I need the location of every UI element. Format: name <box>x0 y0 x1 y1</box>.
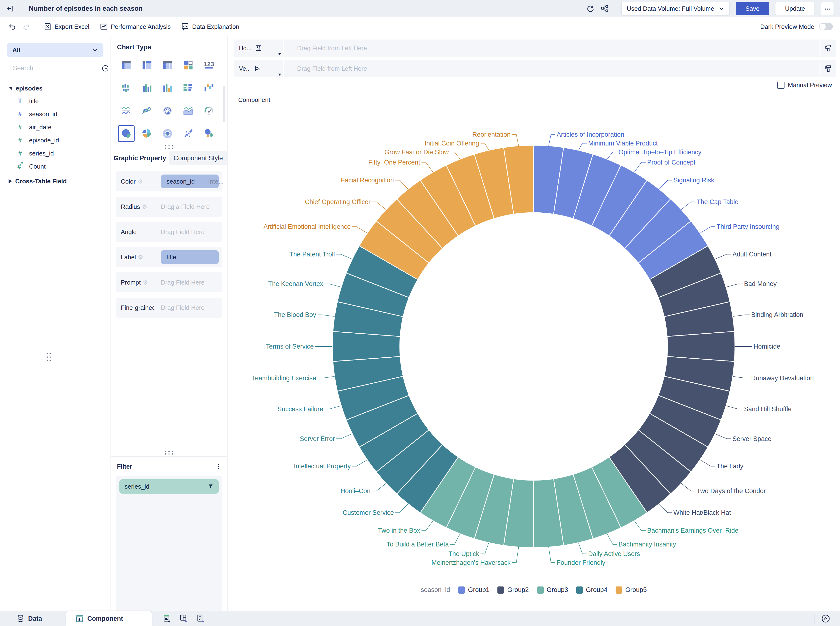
label-leader-line <box>422 521 433 531</box>
data-explanation-button[interactable]: Data Explanation <box>181 23 239 31</box>
lineage-button[interactable] <box>600 5 609 13</box>
field-item-series_id[interactable]: #series_id <box>0 147 111 160</box>
chart-type-area-icon[interactable] <box>180 102 196 119</box>
field-sidebar: All episodes <box>0 36 111 611</box>
horizontal-shelf-label[interactable]: Ho... <box>234 39 283 57</box>
top-bar: Number of episodes in each season Used D… <box>0 0 840 17</box>
performance-analysis-button[interactable]: Performance Analysis <box>100 23 171 31</box>
field-pill-title[interactable]: title <box>161 250 219 264</box>
chart-type-stack-column-icon[interactable] <box>118 80 135 96</box>
label-leader-line <box>715 254 731 259</box>
chart-type-detail-table-icon[interactable] <box>139 57 155 74</box>
update-button[interactable]: Update <box>775 2 815 15</box>
tree-node-cross-table-field[interactable]: Cross-Table Field <box>0 175 111 188</box>
gear-icon[interactable]: ⚙ <box>142 203 147 210</box>
chart-type-column-multi-icon[interactable] <box>159 80 176 96</box>
sidebar-resize-handle[interactable] <box>47 353 51 361</box>
undo-button[interactable] <box>8 23 16 31</box>
shelf-caret-icon[interactable] <box>278 74 281 76</box>
filter-shelf[interactable]: series_id <box>116 476 222 626</box>
label-leader-line <box>733 315 750 316</box>
property-tabs: Graphic Property Component Style <box>111 151 227 165</box>
chart-type-line-icon[interactable] <box>118 102 135 119</box>
label-leader-line <box>607 152 617 159</box>
field-item-air_date[interactable]: #air_date <box>0 121 111 134</box>
chart-type-kpi-icon[interactable]: 123 <box>201 57 217 74</box>
tab-data[interactable]: Data <box>7 611 52 626</box>
vertical-drop-zone[interactable]: Drag Field from Left Here <box>284 60 820 77</box>
legend-item-group3[interactable]: Group3 <box>537 586 568 594</box>
filter-menu-button[interactable] <box>216 463 221 470</box>
legend-item-group5[interactable]: Group5 <box>616 586 647 594</box>
property-drop-zone[interactable]: Drag a Field Here <box>161 203 219 210</box>
panel-resize-handle[interactable] <box>162 145 176 149</box>
tab-component-style[interactable]: Component Style <box>169 151 227 165</box>
vertical-shelf-label[interactable]: Ve... <box>234 60 283 77</box>
chart-type-column-icon[interactable] <box>139 80 155 96</box>
add-list-button[interactable] <box>196 614 205 623</box>
search-input[interactable] <box>13 63 98 74</box>
chart-type-cross-table-icon[interactable] <box>159 57 176 74</box>
chart-type-pie-quarters-icon[interactable] <box>139 125 155 142</box>
export-excel-button[interactable]: Export Excel <box>44 23 89 31</box>
gear-icon[interactable]: ⚙ <box>138 254 143 261</box>
field-item-Count[interactable]: #*Count <box>0 160 111 173</box>
database-icon <box>17 615 24 623</box>
field-pill-season_id[interactable]: season_idInte... <box>161 175 219 188</box>
chart-type-donut-icon[interactable] <box>159 125 176 142</box>
vertical-format-button[interactable] <box>820 60 836 77</box>
tree-node-episodes[interactable]: episodes <box>0 82 111 94</box>
chart-type-waterfall-icon[interactable] <box>201 80 217 96</box>
redo-button[interactable] <box>22 23 30 31</box>
property-drop-zone[interactable]: season_idInte... <box>161 175 219 188</box>
back-button[interactable] <box>0 0 20 17</box>
slice-label: Artificial Emotional Intelligence <box>263 223 351 230</box>
chart-type-scatter-icon[interactable] <box>180 125 196 142</box>
property-drop-zone[interactable]: Drag Field Here <box>161 228 219 236</box>
chart-type-multi-line-icon[interactable] <box>139 102 155 119</box>
label-leader-line <box>659 180 672 189</box>
label-leader-line <box>700 227 715 233</box>
add-dashboard-button[interactable] <box>179 614 188 623</box>
legend-item-group4[interactable]: Group4 <box>576 586 608 594</box>
chart-type-dashboard-icon[interactable] <box>180 57 196 74</box>
gear-icon[interactable]: ⚙ <box>138 178 143 185</box>
collapse-panel-button[interactable] <box>821 614 831 623</box>
field-item-title[interactable]: Ttitle <box>0 94 111 108</box>
chart-type-gauge-icon[interactable] <box>201 102 217 119</box>
label-leader-line <box>733 376 750 378</box>
shelf-caret-icon[interactable] <box>278 53 281 55</box>
tab-component[interactable]: Component <box>66 611 152 626</box>
data-volume-select[interactable]: Used Data Volume: Full Volume <box>621 2 730 16</box>
scope-select[interactable]: All <box>7 43 103 57</box>
refresh-button[interactable] <box>586 5 594 13</box>
chart-type-radar-icon[interactable] <box>159 102 176 119</box>
search-options-button[interactable] <box>102 64 109 72</box>
chart-type-bar-icon[interactable] <box>180 80 196 96</box>
legend-item-group1[interactable]: Group1 <box>458 586 489 594</box>
property-row-color: Color⚙season_idInte... <box>116 171 222 191</box>
horizontal-format-button[interactable] <box>820 39 836 57</box>
legend-item-group2[interactable]: Group2 <box>497 586 529 594</box>
dark-preview-toggle[interactable] <box>819 23 833 30</box>
slice-label: The Uptick <box>448 550 479 557</box>
chart-type-scrollbar[interactable] <box>223 86 226 122</box>
field-name: title <box>29 97 39 105</box>
filter-pill-series-id[interactable]: series_id <box>119 479 219 494</box>
property-drop-zone[interactable]: Drag Field Here <box>161 279 219 286</box>
chart-type-bubble-icon[interactable] <box>201 125 217 142</box>
property-drop-zone[interactable]: title <box>161 250 219 264</box>
horizontal-drop-zone[interactable]: Drag Field from Left Here <box>284 39 820 57</box>
more-button[interactable] <box>821 2 834 15</box>
field-item-episode_id[interactable]: #episode_id <box>0 134 111 147</box>
manual-preview-checkbox[interactable] <box>777 82 785 89</box>
chart-type-group-table-icon[interactable] <box>118 57 135 74</box>
add-component-button[interactable] <box>163 614 171 623</box>
property-drop-zone[interactable]: Drag Field Here <box>161 304 219 311</box>
chart-type-pie-icon[interactable] <box>118 125 135 142</box>
gear-icon[interactable]: ⚙ <box>143 279 148 286</box>
filter-resize-handle[interactable] <box>162 451 176 455</box>
save-button[interactable]: Save <box>736 2 769 15</box>
tab-graphic-property[interactable]: Graphic Property <box>111 151 169 165</box>
field-item-season_id[interactable]: #season_id <box>0 108 111 121</box>
